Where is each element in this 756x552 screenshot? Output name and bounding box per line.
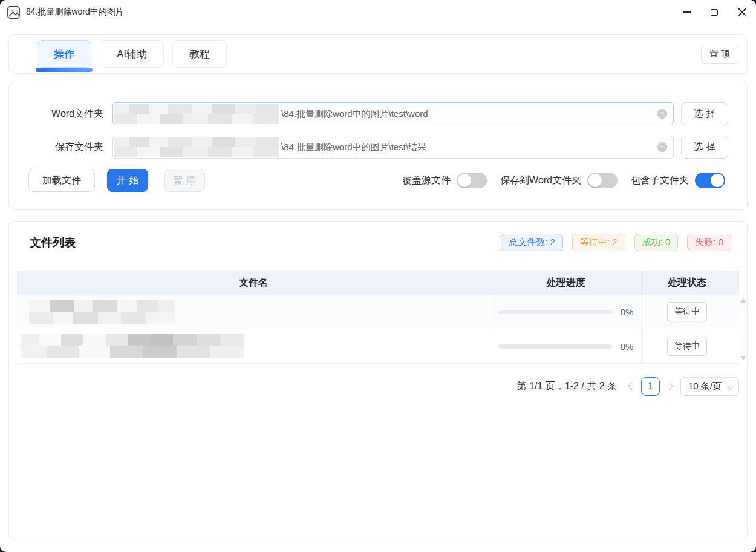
redacted-path-prefix <box>114 104 279 124</box>
overwrite-source-label: 覆盖源文件 <box>402 174 451 187</box>
close-button[interactable] <box>728 0 756 24</box>
title-bar: 84.批量删除word中的图片 <box>0 0 756 24</box>
file-table: 文件名 处理进度 处理状态 0% 等待中 <box>17 271 739 364</box>
save-to-word-folder-label: 保存到Word文件夹 <box>500 174 581 187</box>
progress-text: 0% <box>621 341 634 352</box>
start-button[interactable]: 开 始 <box>107 169 148 192</box>
maximize-button[interactable] <box>700 0 728 24</box>
failed-badge: 失败: 0 <box>687 234 731 251</box>
action-row: 加载文件 开 始 暂 停 覆盖源文件 保存到Word文件夹 包含子文件夹 <box>28 169 725 192</box>
table-row[interactable]: 0% 等待中 <box>17 295 739 329</box>
header-filename: 文件名 <box>17 271 490 295</box>
chevron-down-icon <box>728 383 734 389</box>
minimize-button[interactable] <box>673 0 700 24</box>
toggle-knob <box>711 174 724 187</box>
load-files-button[interactable]: 加载文件 <box>28 169 95 192</box>
file-list-panel: 文件列表 总文件数: 2 等待中: 2 成功: 0 失败: 0 文件名 处理进度… <box>8 221 748 540</box>
save-folder-input[interactable]: \84.批量删除word中的图片\test\结果 × <box>112 136 674 159</box>
pagination: 第 1/1 页，1-2 / 共 2 条 1 10 条/页 <box>517 376 739 396</box>
page-size-value: 10 条/页 <box>688 381 722 392</box>
overwrite-source-toggle[interactable] <box>457 172 487 188</box>
window-controls <box>673 0 756 24</box>
page-size-select[interactable]: 10 条/页 <box>680 377 739 396</box>
progress-cell: 0% <box>490 329 642 363</box>
word-folder-input[interactable]: \84.批量删除word中的图片\test\word × <box>112 102 674 125</box>
tab-operation[interactable]: 操作 <box>37 40 91 68</box>
tab-bar: 操作 AI辅助 教程 置 顶 <box>8 34 748 74</box>
progress-cell: 0% <box>490 295 642 329</box>
toggle-knob <box>458 174 471 187</box>
save-folder-row: 保存文件夹 \84.批量删除word中的图片\test\结果 × 选 择 <box>9 136 747 159</box>
pin-to-top-button[interactable]: 置 顶 <box>701 45 738 64</box>
toggle-group: 覆盖源文件 保存到Word文件夹 包含子文件夹 <box>402 172 725 188</box>
tab-tutorial[interactable]: 教程 <box>172 40 227 68</box>
status-tag: 等待中 <box>667 337 707 356</box>
app-window: 84.批量删除word中的图片 操作 AI辅助 教程 置 顶 Word文件夹 \… <box>0 0 756 552</box>
settings-panel: Word文件夹 \84.批量删除word中的图片\test\word × 选 择… <box>8 82 748 210</box>
progress-bar <box>498 344 612 349</box>
minimize-icon <box>683 12 691 13</box>
tab-operation-label: 操作 <box>54 47 74 61</box>
divider <box>17 366 739 366</box>
word-folder-row: Word文件夹 \84.批量删除word中的图片\test\word × 选 择 <box>9 102 747 125</box>
close-icon <box>738 8 746 16</box>
pause-button[interactable]: 暂 停 <box>164 169 205 192</box>
progress-text: 0% <box>621 307 634 317</box>
status-cell: 等待中 <box>642 329 732 363</box>
status-tag: 等待中 <box>667 302 707 321</box>
word-folder-label: Word文件夹 <box>9 102 103 125</box>
success-badge: 成功: 0 <box>634 234 679 251</box>
table-header: 文件名 处理进度 处理状态 <box>17 271 739 295</box>
header-progress: 处理进度 <box>490 271 642 295</box>
clear-input-icon[interactable]: × <box>657 109 667 119</box>
tab-ai-assist-label: AI辅助 <box>117 47 147 61</box>
status-cell: 等待中 <box>642 295 732 329</box>
prev-page-icon[interactable] <box>628 382 636 390</box>
waiting-badge: 等待中: 2 <box>572 234 625 251</box>
table-row[interactable]: 0% 等待中 <box>17 329 739 364</box>
filename-cell <box>17 329 490 363</box>
tab-tutorial-label: 教程 <box>189 47 210 61</box>
scroll-down-icon[interactable] <box>740 356 746 360</box>
redacted-filename <box>29 300 175 324</box>
save-to-word-folder-toggle[interactable] <box>587 172 618 188</box>
save-folder-value: \84.批量删除word中的图片\test\结果 <box>281 136 653 158</box>
word-folder-pick-button[interactable]: 选 择 <box>681 102 728 125</box>
word-folder-value: \84.批量删除word中的图片\test\word <box>281 103 653 125</box>
save-folder-label: 保存文件夹 <box>9 136 103 159</box>
scroll-up-icon[interactable] <box>740 298 746 303</box>
redacted-filename <box>21 334 244 358</box>
file-list-title: 文件列表 <box>30 235 76 251</box>
filename-cell <box>17 295 490 329</box>
page-number-button[interactable]: 1 <box>641 377 660 396</box>
window-title: 84.批量删除word中的图片 <box>26 7 124 18</box>
include-subfolders-label: 包含子文件夹 <box>631 174 689 187</box>
clear-input-icon[interactable]: × <box>657 142 667 152</box>
redacted-path-prefix <box>114 137 279 157</box>
picture-icon <box>6 5 21 19</box>
maximize-icon <box>711 9 718 16</box>
next-page-icon[interactable] <box>665 382 673 390</box>
progress-bar <box>498 310 612 314</box>
active-tab-indicator <box>36 68 93 72</box>
pagination-summary: 第 1/1 页，1-2 / 共 2 条 <box>517 380 617 393</box>
save-folder-pick-button[interactable]: 选 择 <box>681 136 728 159</box>
tab-ai-assist[interactable]: AI辅助 <box>100 40 164 68</box>
header-status: 处理状态 <box>642 271 732 295</box>
toggle-knob <box>588 174 602 187</box>
status-badges: 总文件数: 2 等待中: 2 成功: 0 失败: 0 <box>492 234 731 251</box>
table-scrollbar[interactable] <box>739 295 747 364</box>
include-subfolders-toggle[interactable] <box>695 172 725 188</box>
total-files-badge: 总文件数: 2 <box>501 234 563 251</box>
